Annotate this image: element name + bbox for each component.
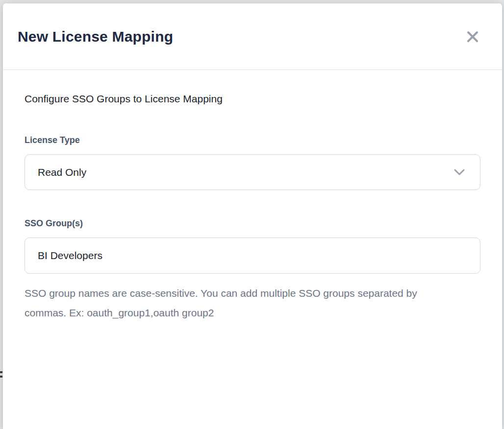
- license-type-selected-value: Read Only: [38, 167, 86, 178]
- background-list-icon: [0, 376, 2, 378]
- sso-groups-help-text: SSO group names are case-sensitive. You …: [25, 284, 446, 323]
- chevron-down-icon: [454, 168, 465, 176]
- close-button[interactable]: [464, 28, 481, 46]
- license-type-select[interactable]: Read Only: [25, 154, 480, 190]
- sso-groups-label: SSO Group(s): [25, 218, 480, 229]
- license-type-label: License Type: [25, 135, 480, 145]
- new-license-mapping-dialog: New License Mapping Configure SSO Groups…: [3, 3, 502, 429]
- dialog-body: Configure SSO Groups to License Mapping …: [3, 70, 502, 323]
- x-close-icon: [466, 38, 479, 45]
- dialog-title: New License Mapping: [18, 28, 173, 45]
- background-page-edge: [0, 371, 2, 380]
- dialog-header: New License Mapping: [3, 3, 502, 70]
- background-list-icon: [0, 371, 2, 373]
- sso-groups-input[interactable]: [25, 238, 480, 274]
- dialog-description: Configure SSO Groups to License Mapping: [25, 93, 480, 105]
- screen: New License Mapping Configure SSO Groups…: [0, 0, 504, 429]
